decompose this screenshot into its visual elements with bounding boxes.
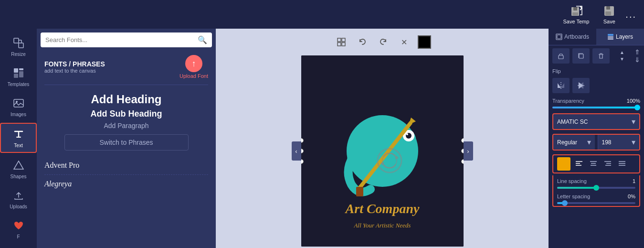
svg-rect-10 [14, 74, 18, 78]
switch-to-phrases-button[interactable]: Switch to Phrases [64, 134, 189, 151]
flip-horizontal-button[interactable] [552, 78, 570, 93]
svg-rect-11 [19, 71, 23, 77]
canvas-image[interactable]: Art Company All Your Artistic Needs [301, 55, 464, 247]
add-heading-button[interactable]: Add Heading [91, 93, 162, 106]
redo-button[interactable] [376, 34, 391, 50]
layers-tab-label: Layers [616, 33, 633, 40]
sidebar-item-favorites[interactable]: F [0, 215, 37, 243]
letter-spacing-label: Letter spacing [557, 194, 590, 199]
delete-button[interactable] [592, 48, 610, 64]
copy-button[interactable] [572, 48, 590, 64]
undo-button[interactable] [355, 34, 370, 50]
collapse-right-button[interactable]: › [464, 141, 473, 161]
sidebar-item-uploads[interactable]: Uploads [0, 185, 37, 213]
upload-font-label: Upload Font [179, 73, 208, 79]
svg-rect-37 [608, 34, 613, 36]
line-spacing-label: Line spacing [557, 178, 587, 184]
flip-vertical-button[interactable] [572, 78, 590, 93]
flip-label: Flip [549, 66, 644, 76]
sidebar-item-shapes[interactable]: Shapes [0, 155, 37, 183]
more-options-button[interactable]: ... [625, 9, 636, 20]
font-size-chevron: ▾ [632, 138, 635, 147]
transparency-label: Transparency [552, 98, 584, 104]
sidebar-item-text[interactable]: Text [0, 123, 37, 153]
close-canvas-button[interactable]: ✕ [397, 34, 412, 50]
align-center-button[interactable] [588, 158, 599, 170]
canvas-toolbar: ✕ [328, 29, 437, 55]
grid-toggle-button[interactable] [334, 34, 349, 50]
chevron-down-button[interactable]: ▼ [620, 56, 624, 63]
uploads-label: Uploads [10, 204, 27, 209]
font-name-display: AMATIC SC [557, 119, 588, 125]
search-icon: 🔍 [198, 35, 207, 44]
favorites-icon [12, 219, 25, 232]
align-left-icon [575, 161, 583, 167]
font-search-bar: 🔍 [41, 32, 212, 47]
align-left-button[interactable] [573, 158, 585, 170]
align-right-button[interactable] [602, 158, 613, 170]
text-color-button[interactable] [557, 157, 570, 171]
text-label: Text [14, 143, 22, 148]
add-subheading-button[interactable]: Add Sub Heading [91, 109, 162, 119]
trash-icon [597, 52, 605, 60]
save-icon [602, 4, 616, 18]
tab-artboards[interactable]: Artboards [549, 29, 596, 45]
save-temp-label: Save Temp [563, 19, 590, 24]
letter-spacing-row: Letter spacing 0% [552, 191, 640, 200]
font-name-selector[interactable]: AMATIC SC ▾ [552, 113, 640, 130]
text-options: Add Heading Add Sub Heading Add Paragrap… [37, 87, 216, 156]
chevron-column: ▲ ▼ [620, 49, 624, 63]
main-area: Resize Templates Images [0, 29, 644, 248]
font-size-selector[interactable]: 198 ▾ [598, 135, 640, 150]
save-temp-button[interactable]: Save Temp [560, 2, 593, 26]
fonts-subtitle: add text to the canvas [44, 68, 105, 74]
shapes-icon [12, 159, 25, 172]
upload-font-button[interactable]: ↑ Upload Font [179, 55, 208, 79]
font-item-alegreya[interactable]: Alegreya [44, 175, 208, 193]
font-item-advent-pro[interactable]: Advent Pro [44, 156, 208, 175]
svg-rect-38 [608, 36, 613, 38]
chevron-up-button[interactable]: ▲ [620, 49, 624, 56]
layers-icon [607, 33, 614, 40]
svg-rect-4 [606, 6, 610, 10]
transparency-row: Transparency 100% [549, 95, 644, 105]
uploads-icon [12, 189, 25, 202]
letter-spacing-slider[interactable] [552, 200, 640, 207]
collapse-left-button[interactable]: ‹ [292, 141, 301, 161]
font-weight-chevron: ▾ [587, 138, 591, 147]
save-button[interactable]: Save [599, 2, 620, 26]
font-weight-selector[interactable]: Regular ▾ [553, 135, 595, 150]
images-label: Images [11, 112, 26, 117]
text-icon [12, 128, 25, 141]
lock-icon [557, 52, 565, 60]
search-input[interactable] [45, 36, 194, 43]
tab-layers[interactable]: Layers [596, 29, 644, 45]
svg-text:Art Company: Art Company [344, 201, 419, 216]
left-sidebar: Resize Templates Images [0, 29, 37, 248]
templates-label: Templates [8, 82, 30, 87]
sidebar-item-resize[interactable]: Resize [0, 32, 37, 61]
svg-rect-40 [559, 55, 563, 59]
right-top-tabs: Artboards Layers [549, 29, 644, 45]
align-justify-button[interactable] [616, 158, 628, 170]
svg-rect-17 [338, 43, 341, 46]
flip-row [549, 76, 644, 95]
svg-point-24 [406, 133, 408, 135]
line-spacing-slider[interactable] [552, 185, 640, 191]
font-header: FONTS / PHRASES add text to the canvas ↑… [37, 51, 216, 83]
top-toolbar: Save Temp Save ... [0, 0, 644, 29]
line-spacing-value: 1 [633, 178, 635, 184]
canvas-color-swatch[interactable] [418, 35, 431, 49]
add-paragraph-button[interactable]: Add Paragraph [104, 122, 148, 129]
move-to-top-button[interactable]: ⇑ [634, 49, 640, 55]
align-center-icon [590, 161, 597, 167]
svg-rect-8 [14, 68, 18, 73]
move-to-bottom-button[interactable]: ⇓ [634, 56, 640, 63]
svg-text:All Your Artistic Needs: All Your Artistic Needs [353, 222, 411, 229]
sidebar-item-templates[interactable]: Templates [0, 63, 37, 91]
sidebar-item-images[interactable]: Images [0, 93, 37, 121]
letter-spacing-value: 0% [628, 194, 635, 199]
svg-rect-1 [573, 7, 577, 11]
lock-button[interactable] [552, 48, 570, 64]
transparency-slider[interactable] [549, 105, 644, 110]
